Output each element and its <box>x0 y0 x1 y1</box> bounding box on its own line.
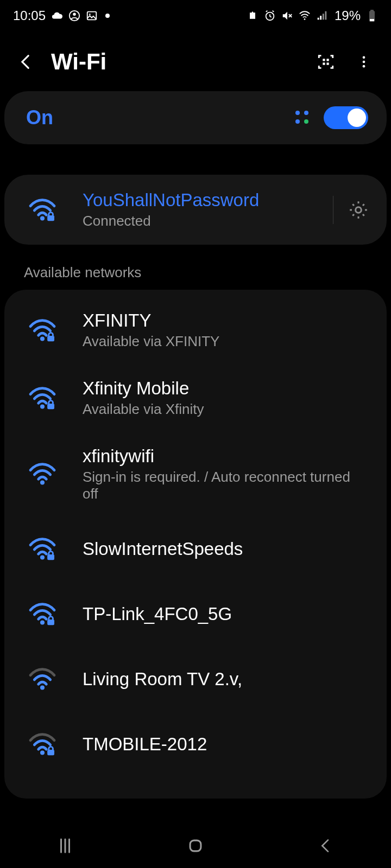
connected-network-card[interactable]: YouShallNotPassword Connected <box>4 175 387 245</box>
cloud-icon <box>51 10 63 22</box>
svg-point-19 <box>40 336 45 341</box>
network-row[interactable]: Xfinity Mobile Available via Xfinity <box>4 364 387 432</box>
nav-back-button[interactable] <box>304 832 348 859</box>
home-icon <box>186 837 205 855</box>
gallery-icon <box>86 10 98 22</box>
network-ssid: XFINITY <box>83 310 367 331</box>
qr-scan-icon <box>317 53 335 71</box>
recents-icon <box>55 836 75 856</box>
chevron-left-icon <box>317 837 335 854</box>
svg-rect-31 <box>190 840 201 851</box>
battery-icon <box>366 10 378 22</box>
status-clock: 10:05 <box>13 8 46 23</box>
network-ssid: SlowInternetSpeeds <box>83 539 367 559</box>
wifi-secured-icon <box>26 602 59 626</box>
svg-point-13 <box>363 56 365 59</box>
network-row[interactable]: SlowInternetSpeeds <box>4 516 387 582</box>
wifi-secured-icon <box>26 732 59 756</box>
network-ssid: TMOBILE-2012 <box>83 734 367 755</box>
smart-view-icon[interactable] <box>292 107 313 128</box>
system-nav-bar <box>0 824 391 868</box>
svg-rect-20 <box>47 336 54 341</box>
svg-rect-17 <box>47 215 54 221</box>
battery-percentage: 19% <box>335 8 361 23</box>
wifi-state-label: On <box>26 106 53 129</box>
wifi-toggle-switch[interactable] <box>324 106 368 129</box>
svg-rect-12 <box>326 62 329 65</box>
svg-rect-30 <box>47 750 54 755</box>
status-bar: 10:05 19% <box>0 0 391 30</box>
svg-rect-11 <box>323 62 325 65</box>
connected-ssid: YouShallNotPassword <box>83 190 327 210</box>
recents-button[interactable] <box>43 832 87 859</box>
network-ssid: TP-Link_4FC0_5G <box>83 604 367 624</box>
network-ssid: Living Room TV 2.v, <box>83 669 367 690</box>
wifi-secured-icon <box>26 198 59 222</box>
svg-point-5 <box>304 18 306 20</box>
svg-rect-9 <box>323 59 325 61</box>
network-settings-button[interactable] <box>345 197 371 223</box>
available-networks-header: Available networks <box>0 245 391 290</box>
wifi-open-icon <box>26 462 59 486</box>
svg-point-28 <box>40 686 45 690</box>
network-ssid: Xfinity Mobile <box>83 378 367 399</box>
wifi-secured-icon <box>26 386 59 410</box>
wifi-open-icon <box>26 667 59 691</box>
svg-point-3 <box>89 14 91 15</box>
svg-rect-7 <box>370 10 374 11</box>
status-left: 10:05 <box>13 8 110 23</box>
overflow-menu-button[interactable] <box>351 49 377 75</box>
qr-scan-button[interactable] <box>313 49 339 75</box>
network-ssid: xfinitywifi <box>83 446 367 467</box>
alarm-icon <box>264 10 276 22</box>
more-vert-icon <box>356 54 371 69</box>
svg-rect-27 <box>47 620 54 625</box>
divider <box>333 196 333 224</box>
mute-icon <box>281 10 293 22</box>
network-subtitle: Available via XFINITY <box>83 333 367 350</box>
svg-point-1 <box>73 13 76 16</box>
cell-signal-icon <box>316 10 328 22</box>
svg-point-23 <box>40 481 45 485</box>
network-row[interactable]: XFINITY Available via XFINITY <box>4 296 387 364</box>
svg-point-14 <box>363 61 365 63</box>
gear-icon <box>348 199 369 221</box>
home-button[interactable] <box>174 832 217 859</box>
wifi-toggle-card: On <box>4 91 387 144</box>
available-networks-list: XFINITY Available via XFINITY Xfinity Mo… <box>4 290 387 799</box>
svg-point-26 <box>40 621 45 625</box>
svg-rect-25 <box>47 554 54 560</box>
svg-rect-8 <box>370 19 374 21</box>
network-subtitle: Sign-in is required. / Auto reconnect tu… <box>83 469 367 502</box>
svg-point-18 <box>356 207 362 213</box>
back-button[interactable] <box>13 49 39 75</box>
wifi-status-icon <box>299 10 311 22</box>
wifi-secured-icon <box>26 318 59 342</box>
more-notifications-icon <box>105 14 110 18</box>
network-row[interactable]: Living Room TV 2.v, <box>4 647 387 712</box>
page-title: Wi-Fi <box>51 49 106 75</box>
svg-point-15 <box>363 65 365 68</box>
svg-point-29 <box>40 751 45 755</box>
svg-rect-10 <box>326 59 329 61</box>
network-row[interactable]: xfinitywifi Sign-in is required. / Auto … <box>4 432 387 516</box>
status-right: 19% <box>247 8 378 23</box>
chevron-left-icon <box>17 53 35 71</box>
account-circle-icon <box>68 10 80 22</box>
svg-rect-22 <box>47 404 54 409</box>
network-subtitle: Available via Xfinity <box>83 401 367 418</box>
svg-point-21 <box>40 404 45 409</box>
network-row[interactable]: TP-Link_4FC0_5G <box>4 582 387 647</box>
battery-saver-icon <box>247 10 258 22</box>
connected-status: Connected <box>83 213 327 229</box>
wifi-secured-icon <box>26 537 59 561</box>
svg-point-16 <box>40 216 45 220</box>
network-row[interactable]: TMOBILE-2012 <box>4 712 387 777</box>
svg-point-24 <box>40 556 45 560</box>
app-bar: Wi-Fi <box>0 30 391 91</box>
